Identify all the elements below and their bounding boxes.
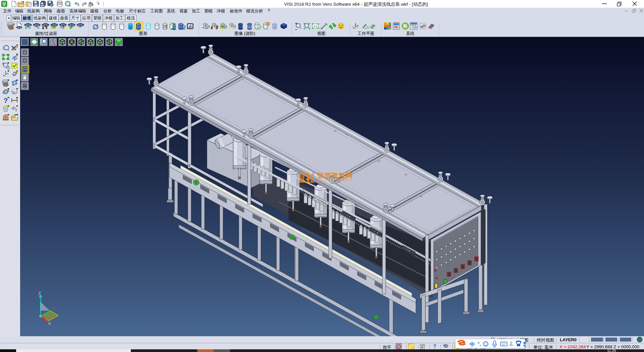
svg-text:?: ? [433, 344, 436, 349]
svg-text:中: 中 [470, 342, 475, 347]
svg-text:Z: Z [38, 291, 41, 296]
svg-text:智造资料网: 智造资料网 [317, 172, 354, 179]
svg-text:°,: °, [478, 341, 481, 347]
svg-text:1:1: 1:1 [314, 25, 318, 28]
svg-text:Y: Y [52, 306, 55, 311]
svg-text:?: ? [4, 97, 8, 104]
svg-text:INTELLIGENT MANUFACTURING DATA: INTELLIGENT MANUFACTURING DATA [318, 179, 353, 181]
svg-text:V: V [3, 1, 6, 7]
svg-text:X: X [48, 321, 51, 326]
